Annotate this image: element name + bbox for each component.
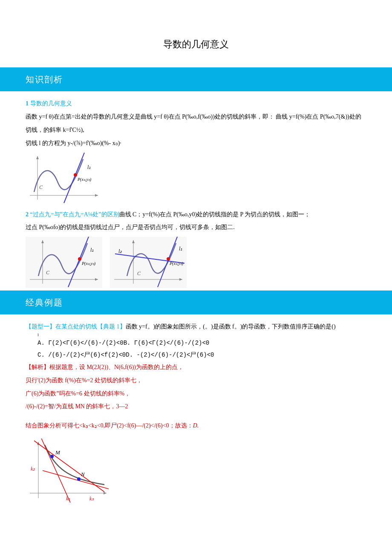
- section-bar-knowledge: 知识剖析: [0, 67, 392, 91]
- svg-text:C: C: [137, 270, 141, 276]
- svg-text:P(x₀,y₀): P(x₀,y₀): [77, 177, 92, 182]
- heading-1-text: 导数的几何意义: [30, 100, 72, 107]
- svg-point-5: [74, 173, 77, 177]
- q1-stem-text: 函数 y=f。)的图象如图所示，(。)是函数 f。)的导函数，下列数值排序正确的…: [126, 323, 336, 330]
- svg-text:C: C: [46, 270, 50, 276]
- svg-marker-1: [95, 194, 98, 197]
- q1-option-a: A. Γ(2)<Γ(6)</(6)-/(2)<0: [37, 340, 124, 346]
- heading-1-num: 1: [26, 100, 29, 107]
- svg-point-24: [167, 257, 170, 261]
- q1-ans-line5: 结合图象分析可得七<k₃<k₂<0,即尸(2)<f(6)—/(2)</(6)<0…: [26, 419, 366, 433]
- section-bar-examples: 经典例题: [0, 291, 392, 314]
- para-1-line-1: 函数 y=f θ)在点第=出处的导数的几何意义是曲线 y=f θ)在点 P(‰o…: [26, 110, 366, 137]
- svg-text:k₃: k₃: [89, 496, 94, 502]
- svg-point-36: [50, 455, 54, 458]
- svg-text:l₁: l₁: [90, 247, 94, 253]
- q1-tag1: 【题型一】: [26, 323, 55, 330]
- heading-2: 2 “过点九=与”在点九=A⅛处”的区别曲线 C；y=f(%)在点 P(‰o,y…: [26, 208, 366, 221]
- svg-text:k₂: k₂: [31, 466, 35, 472]
- q1-ans-line2: 贝行'(2)为函数 f(%)在%=2 处切线的斜率七，: [26, 374, 366, 387]
- q1-tag2: 【典题 1】: [97, 323, 126, 330]
- svg-marker-30: [104, 492, 107, 494]
- svg-point-37: [77, 477, 81, 481]
- q1-option-c: C. /(6)-/(2)<尸(6)<f(2)<0: [37, 352, 126, 358]
- svg-text:P(x₀,y₀): P(x₀,y₀): [169, 261, 184, 266]
- q1-options: A. Γ(2)<Γ(6)</(6)-/(2)<0B. Γ(6)<Γ(2)</(6…: [26, 337, 366, 361]
- figure-3: M N k₂ k₁ k₃: [26, 439, 111, 503]
- q1-option-d: D. -(2)</(6)-/(2)<尸(6)<0: [126, 352, 214, 358]
- svg-marker-19: [179, 278, 182, 281]
- heading-2-tail: 曲线 C；y=f(%)在点 P(‰o,y0)处的切线指的是 P 为切点的切线，如…: [119, 211, 311, 218]
- q1-ans-l5c: D.: [193, 422, 199, 429]
- heading-2-text: “过点九=与”在点九=A⅛处”的区别: [30, 211, 119, 218]
- svg-marker-3: [36, 156, 39, 159]
- q1-ans-l5b: 即尸(2)<f(6)—/(2)</(6)<0；故选：: [105, 422, 193, 429]
- question-1-stem: 【题型一】在某点处的切线【典题 1】函数 y=f。)的图象如图所示，(。)是函数…: [26, 320, 366, 334]
- svg-text:M: M: [55, 449, 61, 456]
- svg-text:l₁: l₁: [87, 164, 91, 170]
- q1-ans-line3: 广(6)为函数”吗在%=6 处切线的斜率%，: [26, 387, 366, 401]
- page-title: 导数的几何意义: [26, 34, 366, 55]
- figure-2a: l₁ P(x₀,y₀) C: [26, 237, 102, 288]
- svg-marker-10: [95, 278, 98, 281]
- svg-text:l₂: l₂: [118, 248, 122, 254]
- svg-text:k₁: k₁: [66, 496, 70, 502]
- para-2-line-2: 过点 P(‰ofo)的切线是指切线过点尸，点尸是否切点均可，切线可多条，如图二.: [26, 221, 366, 234]
- figure-2-row: l₁ P(x₀,y₀) C l₁ l₂ P(x₀,y₀) C: [26, 237, 366, 288]
- svg-text:l₁: l₁: [179, 246, 182, 252]
- heading-2-num: 2: [26, 211, 29, 218]
- figure-2b: l₁ l₂ P(x₀,y₀) C: [110, 237, 187, 288]
- q1-option-b: B. Γ(6)<Γ(2)</(6)-/(2)<0: [124, 340, 210, 346]
- svg-line-34: [43, 471, 109, 489]
- svg-marker-12: [41, 240, 44, 243]
- heading-1: 1 导数的几何意义: [26, 97, 366, 110]
- svg-text:N: N: [81, 471, 85, 477]
- q1-ans-line1: 【解析】根据题意，设 M(2J(2))、N(6,f(6))为函数的上的点，: [26, 361, 366, 374]
- svg-line-35: [34, 441, 104, 492]
- svg-marker-21: [132, 240, 135, 243]
- q1-ans-line4: /(6)-/(2)=智/为直线 MN 的斜率七，3—2: [26, 400, 366, 413]
- figure-1: l₁ P(x₀,y₀) C: [26, 153, 102, 204]
- tiny-mark: I: [26, 334, 366, 337]
- q1-ans-tag: 【解析】: [26, 364, 49, 370]
- svg-point-14: [78, 257, 81, 261]
- svg-text:C: C: [39, 184, 43, 190]
- svg-text:P(x₀,y₀): P(x₀,y₀): [81, 261, 96, 266]
- para-1-line-2: 切线 l 的方程为 y-/(⅞)=f'(‰o)(%- x₀)·: [26, 137, 366, 150]
- q1-ans-l1: 根据题意，设 M(2J(2))、N(6,f(6))为函数的上的点，: [49, 364, 184, 370]
- q1-ans-l5a: 结合图象分析可得七<k₃<k₂<0,: [26, 422, 105, 429]
- q1-tag1-text: 在某点处的切线: [55, 323, 97, 330]
